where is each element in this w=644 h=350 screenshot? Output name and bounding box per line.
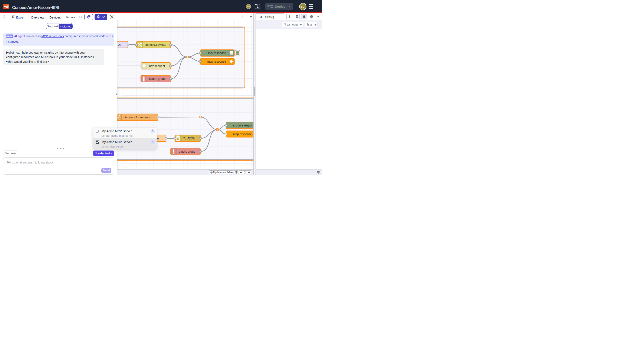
svg-text:catch: group: catch: group: [149, 77, 166, 80]
svg-text:mcp response: mcp response: [233, 132, 252, 136]
svg-text:resource response: resource response: [232, 124, 254, 127]
svg-text:set msg.payload: set msg.payload: [144, 43, 166, 46]
svg-text:er: er: [156, 137, 159, 140]
svg-text:http request: http request: [149, 64, 165, 68]
svg-text:catch: group: catch: group: [179, 150, 195, 153]
svg-text:{}: {}: [177, 137, 179, 140]
svg-text:db query for recipes: db query for recipes: [123, 116, 150, 119]
svg-text:mcp response: mcp response: [207, 60, 226, 63]
svg-text:AI: AI: [257, 6, 260, 9]
svg-text:tool response: tool response: [208, 51, 226, 55]
svg-text:2s: 2s: [118, 43, 122, 46]
svg-text:{: {: [118, 114, 120, 120]
svg-text:To JSON: To JSON: [183, 137, 195, 140]
